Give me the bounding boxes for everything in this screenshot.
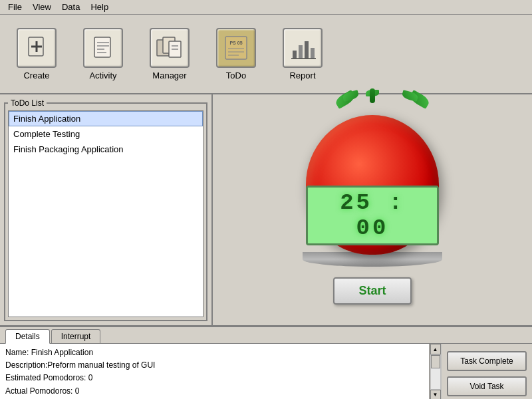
right-panel: 25 : 00 Start: [213, 94, 532, 325]
report-button[interactable]: Report: [273, 25, 332, 83]
details-text: Name: Finish Application Description:Pre…: [0, 344, 429, 399]
svg-text:PS 05: PS 05: [229, 41, 242, 45]
stem-icon: [370, 88, 375, 103]
report-label: Report: [289, 70, 315, 80]
detail-actual: Actual Pomodoros: 0: [5, 385, 424, 398]
left-panel: ToDo List Finish Application Complete Te…: [0, 94, 213, 325]
svg-rect-18: [293, 51, 297, 59]
menu-help[interactable]: Help: [85, 1, 114, 13]
create-icon: [23, 35, 50, 61]
toolbar: Create Activity Manager: [0, 15, 532, 94]
menu-view[interactable]: View: [27, 1, 57, 13]
todo-list-group: ToDo List Finish Application Complete Te…: [4, 98, 207, 321]
details-area: Name: Finish Application Description:Pre…: [0, 344, 532, 399]
scrollbar[interactable]: ▲ ▼: [429, 344, 441, 399]
scroll-up-arrow[interactable]: ▲: [430, 344, 441, 354]
todo-icon-box: PS 05: [216, 28, 256, 68]
create-button[interactable]: Create: [7, 25, 66, 83]
activity-icon: [90, 35, 116, 61]
tomato-timer: 25 : 00 Start: [303, 115, 442, 305]
svg-rect-20: [305, 41, 309, 59]
svg-rect-19: [299, 45, 303, 59]
tab-details[interactable]: Details: [5, 329, 50, 344]
activity-label: Activity: [89, 70, 116, 80]
report-icon-box: [283, 28, 323, 68]
todo-list-box: Finish Application Complete Testing Fini…: [8, 110, 203, 317]
tab-interrupt[interactable]: Interrupt: [51, 329, 101, 343]
todo-icon: PS 05: [223, 35, 249, 61]
detail-estimated: Estimated Pomodoros: 0: [5, 372, 424, 384]
manager-icon-box: [150, 28, 190, 68]
bottom-area: Details Interrupt Name: Finish Applicati…: [0, 326, 532, 399]
scroll-thumb[interactable]: [431, 355, 440, 368]
list-item[interactable]: Finish Application: [9, 111, 203, 126]
todo-label: ToDo: [226, 70, 246, 80]
start-button[interactable]: Start: [333, 277, 411, 305]
svg-rect-3: [94, 37, 110, 57]
todo-list-title: ToDo List: [8, 98, 47, 108]
list-item[interactable]: Complete Testing: [9, 126, 203, 142]
report-icon: [289, 35, 316, 61]
svg-rect-21: [311, 48, 315, 59]
todo-button[interactable]: PS 05 ToDo: [206, 25, 266, 83]
main-area: ToDo List Finish Application Complete Te…: [0, 94, 532, 326]
tab-bar: Details Interrupt: [0, 327, 532, 344]
menu-file[interactable]: File: [3, 1, 27, 13]
task-complete-button[interactable]: Task Complete: [447, 351, 527, 371]
list-item[interactable]: Finish Packaging Application: [9, 142, 203, 157]
action-buttons: Task Complete Void Task: [441, 344, 532, 399]
manager-label: Manager: [152, 70, 186, 80]
manager-icon: [155, 35, 184, 61]
menu-data[interactable]: Data: [57, 1, 85, 13]
create-label: Create: [23, 70, 49, 80]
manager-button[interactable]: Manager: [140, 25, 200, 83]
scroll-track[interactable]: [430, 354, 441, 390]
detail-name: Name: Finish Application: [5, 346, 424, 359]
tomato-body: 25 : 00: [306, 115, 439, 255]
menu-bar: File View Data Help: [0, 0, 532, 15]
create-icon-box: [17, 28, 57, 68]
activity-icon-box: [83, 28, 123, 68]
void-task-button[interactable]: Void Task: [447, 376, 527, 396]
scroll-down-arrow[interactable]: ▼: [430, 390, 441, 399]
activity-button[interactable]: Activity: [73, 25, 133, 83]
detail-description: Description:Preform manual testing of GU…: [5, 359, 424, 372]
timer-display: 25 : 00: [306, 186, 439, 245]
